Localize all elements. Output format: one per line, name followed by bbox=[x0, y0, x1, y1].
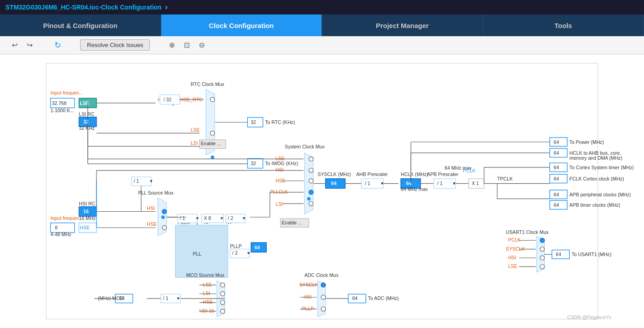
zoom-out-button[interactable]: ⊖ bbox=[196, 39, 207, 51]
svg-text:SYSCLK: SYSCLK bbox=[299, 282, 318, 287]
svg-point-175 bbox=[540, 264, 545, 269]
svg-text:USART1 Clock Mux: USART1 Clock Mux bbox=[506, 229, 549, 235]
svg-point-101 bbox=[309, 179, 313, 183]
svg-text:▾: ▾ bbox=[247, 250, 250, 256]
zoom-in-button[interactable]: ⊕ bbox=[166, 39, 178, 51]
undo-button[interactable]: ↩ bbox=[9, 39, 20, 51]
svg-point-102 bbox=[309, 190, 313, 195]
svg-text:LSI: LSI bbox=[191, 140, 198, 146]
svg-text:HCLK (MHz): HCLK (MHz) bbox=[401, 171, 428, 177]
svg-text:/ 1: / 1 bbox=[180, 215, 185, 221]
svg-point-210 bbox=[321, 283, 326, 287]
svg-text:Enable ...: Enable ... bbox=[282, 220, 302, 225]
svg-point-58 bbox=[162, 225, 167, 230]
svg-text:HSI: HSI bbox=[147, 205, 155, 211]
clock-diagram[interactable]: Input frequen... 32.768 1-1000 K... LSE … bbox=[0, 54, 644, 328]
svg-text:RTC Clock Mux: RTC Clock Mux bbox=[191, 81, 225, 87]
titlebar: STM32G030J6M6_HC-SR04.ioc - Clock Config… bbox=[0, 0, 644, 14]
svg-text:64: 64 bbox=[554, 202, 559, 208]
svg-text:LSE: LSE bbox=[203, 282, 212, 287]
svg-point-190 bbox=[221, 283, 225, 287]
svg-text:HSI RC: HSI RC bbox=[79, 201, 95, 206]
svg-text:1-1000 K...: 1-1000 K... bbox=[50, 108, 74, 113]
svg-text:HSI: HSI bbox=[508, 255, 516, 260]
svg-text:/ 1: / 1 bbox=[437, 181, 442, 186]
svg-text:/ 1: / 1 bbox=[134, 178, 139, 184]
svg-point-39 bbox=[211, 156, 214, 159]
svg-text:memory and DMA (MHz): memory and DMA (MHz) bbox=[569, 155, 622, 161]
svg-text:LSE: LSE bbox=[191, 127, 200, 133]
toolbar: ↩ ↪ ↻ Resolve Clock Issues ⊕ ⊡ ⊖ bbox=[0, 36, 644, 54]
fit-button[interactable]: ⊡ bbox=[181, 39, 192, 51]
svg-text:LSI: LSI bbox=[203, 290, 210, 296]
svg-point-103 bbox=[309, 201, 313, 206]
svg-text:▾: ▾ bbox=[177, 295, 180, 301]
tab-project[interactable]: Project Manager bbox=[322, 14, 483, 36]
svg-text:PLLP: PLLP bbox=[302, 306, 314, 311]
tab-pinout[interactable]: Pinout & Configuration bbox=[0, 14, 161, 36]
svg-text:LSI: LSI bbox=[276, 201, 283, 207]
svg-text:PLLP: PLLP bbox=[230, 243, 242, 249]
svg-text:TPCLK: TPCLK bbox=[497, 176, 513, 181]
svg-text:▾: ▾ bbox=[381, 181, 384, 186]
svg-point-37 bbox=[210, 131, 215, 136]
resolve-button[interactable]: Resolve Clock Issues bbox=[80, 39, 150, 51]
svg-text:To USART1 (MHz): To USART1 (MHz) bbox=[572, 252, 611, 257]
svg-text:To RTC (KHz): To RTC (KHz) bbox=[265, 119, 295, 125]
svg-text:APB peripheral clocks (MHz): APB peripheral clocks (MHz) bbox=[569, 192, 631, 197]
svg-text:PLL: PLL bbox=[193, 251, 202, 257]
svg-text:64: 64 bbox=[556, 252, 561, 257]
svg-text:CSDN @PegasusYu: CSDN @PegasusYu bbox=[567, 314, 611, 320]
svg-text:32.768: 32.768 bbox=[52, 100, 67, 106]
svg-text:APB Prescaler: APB Prescaler bbox=[427, 171, 459, 177]
svg-point-193 bbox=[221, 309, 225, 314]
svg-text:64: 64 bbox=[554, 139, 559, 145]
title-arrow: › bbox=[165, 3, 168, 11]
svg-point-59 bbox=[161, 215, 165, 219]
svg-text:PLL Source Mux: PLL Source Mux bbox=[138, 190, 174, 195]
svg-text:64: 64 bbox=[331, 181, 336, 186]
svg-point-173 bbox=[540, 247, 545, 252]
svg-text:8: 8 bbox=[55, 225, 58, 230]
nav-tabs: Pinout & Configuration Clock Configurati… bbox=[0, 14, 644, 36]
svg-text:SYSCLK (MHz): SYSCLK (MHz) bbox=[317, 171, 351, 177]
tab-tools[interactable]: Tools bbox=[483, 14, 644, 36]
svg-text:64: 64 bbox=[352, 295, 358, 301]
svg-text:32: 32 bbox=[250, 119, 256, 125]
svg-text:MCO Source Mux: MCO Source Mux bbox=[186, 272, 225, 278]
svg-text:HSE: HSE bbox=[80, 225, 90, 230]
refresh-button[interactable]: ↻ bbox=[52, 38, 64, 52]
svg-text:To Cortex System timer (MHz): To Cortex System timer (MHz) bbox=[569, 165, 634, 170]
svg-text:32 KHz: 32 KHz bbox=[79, 125, 95, 131]
redo-button[interactable]: ↪ bbox=[24, 39, 35, 51]
svg-text:4-48 MHz: 4-48 MHz bbox=[50, 232, 71, 237]
svg-text:64: 64 bbox=[554, 192, 559, 197]
svg-text:Input frequen...: Input frequen... bbox=[50, 90, 82, 95]
svg-text:X 1: X 1 bbox=[472, 181, 479, 186]
svg-text:HSI: HSI bbox=[303, 294, 312, 299]
svg-text:32: 32 bbox=[250, 161, 256, 166]
svg-text:PLLCLK: PLLCLK bbox=[270, 189, 288, 195]
svg-text:64: 64 bbox=[255, 245, 260, 250]
svg-text:HSI: HSI bbox=[276, 167, 284, 172]
main-area: Input frequen... 32.768 1-1000 K... LSE … bbox=[0, 54, 644, 328]
svg-text:▾: ▾ bbox=[453, 181, 456, 186]
svg-text:HSE: HSE bbox=[203, 299, 213, 304]
svg-text:HSI 16: HSI 16 bbox=[199, 308, 214, 314]
svg-text:64: 64 bbox=[554, 176, 559, 181]
svg-text:LSI RC: LSI RC bbox=[79, 111, 95, 117]
svg-text:▾: ▾ bbox=[150, 178, 153, 184]
svg-point-212 bbox=[321, 307, 326, 311]
svg-text:System Clock Mux: System Clock Mux bbox=[285, 144, 325, 149]
svg-point-57 bbox=[162, 209, 167, 214]
svg-point-99 bbox=[309, 157, 313, 162]
svg-text:64: 64 bbox=[554, 150, 559, 156]
svg-point-174 bbox=[540, 256, 545, 260]
svg-text:64 MHz max: 64 MHz max bbox=[401, 186, 428, 192]
svg-text:PCLK: PCLK bbox=[508, 237, 521, 242]
svg-text:ADC Clock Mux: ADC Clock Mux bbox=[304, 272, 339, 278]
svg-text:FCLK Cortex clock (MHz): FCLK Cortex clock (MHz) bbox=[569, 176, 624, 181]
svg-text:/ 1: / 1 bbox=[365, 181, 370, 186]
svg-text:SYSCLK: SYSCLK bbox=[506, 246, 525, 252]
tab-clock[interactable]: Clock Configuration bbox=[161, 14, 322, 36]
